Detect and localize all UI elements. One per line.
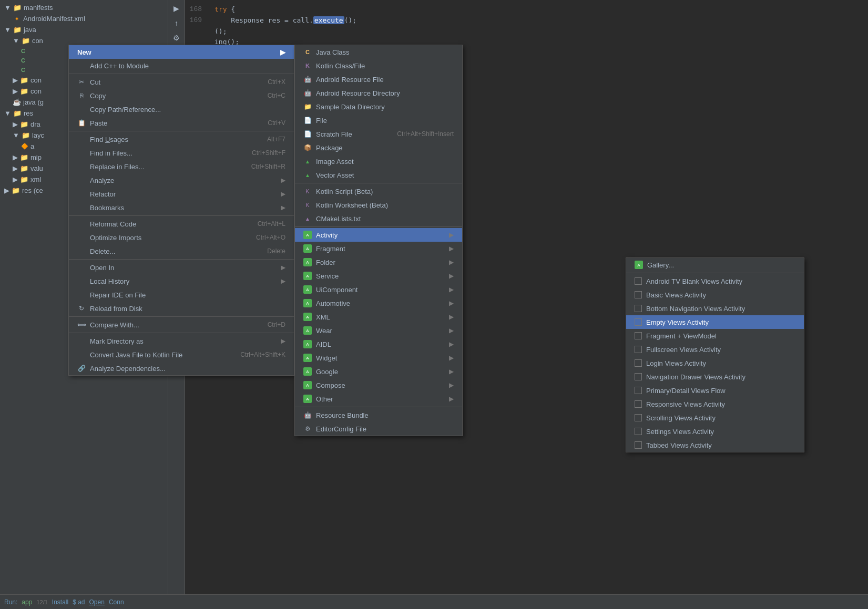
menu-item-refactor[interactable]: Refactor ▶ [69,187,294,201]
menu-item-kotlin-worksheet[interactable]: K Kotlin Worksheet (Beta) [295,198,462,212]
menu-item-reformat[interactable]: Reformat Code Ctrl+Alt+L [69,217,294,231]
menu-item-settings[interactable]: Settings Views Activity [626,425,804,438]
menu-item-kotlin-class[interactable]: K Kotlin Class/File [295,59,462,73]
menu-item-reload[interactable]: ↻ Reload from Disk [69,302,294,315]
menu-item-paste[interactable]: 📋 Paste Ctrl+V [69,116,294,130]
menu-item-other[interactable]: A Other ▶ [295,392,462,406]
folder-icon: 📁 [20,120,28,128]
menu-item-add-cpp[interactable]: Add C++ to Module [69,59,294,73]
menu-item-widget[interactable]: A Widget ▶ [295,351,462,365]
menu-item-replace-in-files[interactable]: Replace in Files... Ctrl+Shift+R [69,160,294,173]
menu-item-bookmarks[interactable]: Bookmarks ▶ [69,201,294,214]
menu-item-file[interactable]: 📄 File [295,113,462,127]
menu-item-android-resource[interactable]: 🤖 Android Resource File [295,73,462,86]
menu-item-login-views[interactable]: Login Views Activity [626,356,804,370]
menu-item-nav-drawer[interactable]: Navigation Drawer Views Activity [626,370,804,384]
menu-divider [295,183,462,183]
menu-item-analyze[interactable]: Analyze ▶ [69,173,294,187]
menu-item-delete[interactable]: Delete... Delete [69,244,294,258]
menu-item-service[interactable]: A Service ▶ [295,269,462,283]
menu-item-bottom-nav[interactable]: Bottom Navigation Views Activity [626,302,804,315]
expand-icon: ▶ [4,187,9,194]
toolbar-up-btn[interactable]: ↑ [170,17,183,29]
service-icon: A [303,272,312,280]
menu-item-activity[interactable]: A Activity ▶ [295,228,462,242]
menu-item-aidl[interactable]: A AIDL ▶ [295,337,462,351]
menu-item-uicomponent[interactable]: A UiComponent ▶ [295,283,462,296]
folder-icon: 📁 [13,4,22,12]
menu-item-analyze-deps[interactable]: 🔗 Analyze Dependencies... [69,362,294,375]
menu-item-open-in[interactable]: Open In ▶ [69,261,294,274]
menu-item-label: Automotive [316,300,350,307]
menu-item-label: Copy [90,92,106,100]
run-open-link[interactable]: Open [89,598,105,606]
menu-item-label: Compare With... [90,321,139,329]
menu-item-automotive[interactable]: A Automotive ▶ [295,296,462,310]
menu-item-compare[interactable]: ⟺ Compare With... Ctrl+D [69,318,294,332]
menu-item-empty-views[interactable]: Empty Views Activity [626,315,804,329]
menu-item-cut[interactable]: ✂ Cut Ctrl+X [69,75,294,89]
menu-item-fragment[interactable]: A Fragment ▶ [295,242,462,255]
menu-item-android-tv[interactable]: Android TV Blank Views Activity [626,274,804,288]
menu-item-label: Fragment + ViewModel [646,332,717,340]
menu-item-kotlin-script[interactable]: K Kotlin Script (Beta) [295,184,462,198]
toolbar-settings-btn[interactable]: ⚙ [170,32,183,44]
menu-item-optimize[interactable]: Optimize Imports Ctrl+Alt+O [69,231,294,244]
menu-item-editorconfig[interactable]: ⚙ EditorConfig File [295,422,462,436]
shortcut: Ctrl+Alt+Shift+K [240,351,285,358]
menu-item-package[interactable]: 📦 Package [295,141,462,154]
menu-item-basic-views[interactable]: Basic Views Activity [626,288,804,302]
reformat-icon [77,220,86,228]
menu-item-label: Paste [90,119,107,127]
menu-item-scratch-file[interactable]: 📄 Scratch File Ctrl+Alt+Shift+Insert [295,127,462,141]
sidebar-item-label: manifests [24,4,53,12]
menu-item-scrolling[interactable]: Scrolling Views Activity [626,411,804,425]
sidebar-item-java[interactable]: ▼ 📁 java [0,24,168,35]
menu-item-convert-kotlin[interactable]: Convert Java File to Kotlin File Ctrl+Al… [69,348,294,362]
toolbar-run-btn[interactable]: ▶ [170,2,183,15]
menu-item-compose[interactable]: A Compose ▶ [295,378,462,392]
kotlin-class-icon: K [303,61,312,70]
menu-item-resource-bundle[interactable]: 🤖 Resource Bundle [295,408,462,422]
menu-item-repair-ide[interactable]: Repair IDE on File [69,288,294,302]
menu-item-find-usages[interactable]: Find Usages Alt+F7 [69,132,294,146]
menu-item-cmake[interactable]: ▲ CMakeLists.txt [295,212,462,225]
shortcut: Ctrl+Shift+R [251,163,285,170]
menu-item-image-asset[interactable]: ▲ Image Asset [295,154,462,168]
menu-item-android-resource-dir[interactable]: 🤖 Android Resource Directory [295,86,462,100]
menu-item-java-class[interactable]: C Java Class [295,45,462,59]
scratch-icon: 📄 [303,130,312,138]
menu-item-find-in-files[interactable]: Find in Files... Ctrl+Shift+F [69,146,294,160]
expand-icon: ▶ [13,120,18,128]
menu-item-xml[interactable]: A XML ▶ [295,310,462,324]
menu-item-copy-path[interactable]: Copy Path/Reference... [69,102,294,116]
activity-small-icon [635,441,642,449]
menu-item-copy[interactable]: ⎘ Copy Ctrl+C [69,89,294,102]
menu-item-google[interactable]: A Google ▶ [295,365,462,378]
find-icon [77,135,86,143]
menu-item-label: New [77,48,91,56]
submenu-arrow: ▶ [449,313,454,321]
menu-item-primary-detail[interactable]: Primary/Detail Views Flow [626,384,804,397]
run-label: Run: [4,598,17,606]
menu-item-tabbed[interactable]: Tabbed Views Activity [626,438,804,452]
menu-divider [295,226,462,227]
other-icon: A [303,395,312,403]
menu-item-mark-dir[interactable]: Mark Directory as ▶ [69,334,294,348]
menu-item-vector-asset[interactable]: ▲ Vector Asset [295,168,462,182]
menu-item-fullscreen[interactable]: Fullscreen Views Activity [626,343,804,356]
menu-item-responsive[interactable]: Responsive Views Activity [626,397,804,411]
menu-item-local-history[interactable]: Local History ▶ [69,274,294,288]
sidebar-item-androidmanifest[interactable]: 🔸 AndroidManifest.xml [0,13,168,24]
shortcut: Ctrl+Shift+F [252,149,285,157]
menu-item-wear[interactable]: A Wear ▶ [295,324,462,337]
menu-item-sample-data[interactable]: 📁 Sample Data Directory [295,100,462,113]
menu-item-new[interactable]: New ▶ [69,45,294,59]
menu-item-gallery[interactable]: A Gallery... [626,258,804,272]
menu-item-fragment-viewmodel[interactable]: Fragment + ViewModel [626,329,804,343]
menu-item-label: Optimize Imports [90,234,141,242]
sidebar-item-manifests[interactable]: ▼ 📁 manifests [0,2,168,13]
activity-small-icon [635,291,642,298]
menu-item-folder[interactable]: A Folder ▶ [295,255,462,269]
sidebar-item-label: java [24,26,36,34]
